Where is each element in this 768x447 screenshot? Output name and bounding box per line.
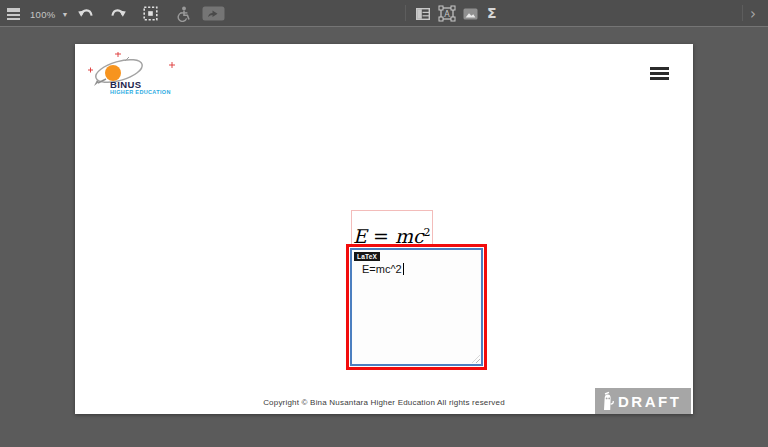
equation-preview[interactable]: E = mc2	[351, 210, 433, 245]
image-icon[interactable]	[463, 8, 478, 20]
draft-badge: DRAFT	[595, 388, 691, 414]
page-menu-icon[interactable]	[650, 67, 670, 82]
menu-icon[interactable]	[7, 6, 20, 12]
chevron-down-icon: ▼	[62, 11, 69, 18]
text-box-icon[interactable]: A	[438, 5, 456, 22]
zoom-level-dropdown[interactable]: 100% ▼	[30, 9, 68, 20]
svg-text:A: A	[444, 10, 450, 19]
app-window: 100% ▼	[0, 0, 768, 447]
resize-handle[interactable]	[472, 355, 480, 363]
expand-toolbar-chevron[interactable]: ›	[750, 5, 756, 23]
equation-icon[interactable]: Σ	[487, 5, 497, 21]
text-cursor	[403, 263, 404, 275]
latex-editor-label: LaTeX	[354, 252, 380, 261]
logo-subtitle: HIGHER EDUCATION	[110, 89, 171, 95]
editor-toolbar: 100% ▼	[0, 0, 768, 27]
latex-input-value: E=mc^2	[362, 263, 404, 275]
zoom-level-value: 100%	[30, 9, 56, 20]
draft-icon	[600, 391, 614, 411]
accessibility-icon[interactable]	[176, 6, 191, 22]
latex-input[interactable]: LaTeX E=mc^2	[350, 248, 483, 366]
toolbar-divider	[405, 5, 406, 21]
toolbar-divider	[742, 5, 743, 21]
document-page: BINUS HIGHER EDUCATION E = mc2 LaTeX E=m…	[75, 44, 693, 414]
equation-superscript: 2	[424, 226, 431, 239]
table-icon[interactable]	[416, 8, 430, 20]
redo-icon[interactable]	[110, 8, 126, 20]
binus-logo[interactable]: BINUS HIGHER EDUCATION	[88, 52, 198, 104]
marquee-select-icon[interactable]	[143, 6, 158, 21]
undo-icon[interactable]	[78, 8, 94, 20]
draft-badge-label: DRAFT	[618, 393, 681, 410]
editor-canvas: BINUS HIGHER EDUCATION E = mc2 LaTeX E=m…	[0, 28, 768, 447]
latex-editor: LaTeX E=mc^2	[346, 244, 487, 370]
present-icon[interactable]	[202, 6, 225, 21]
